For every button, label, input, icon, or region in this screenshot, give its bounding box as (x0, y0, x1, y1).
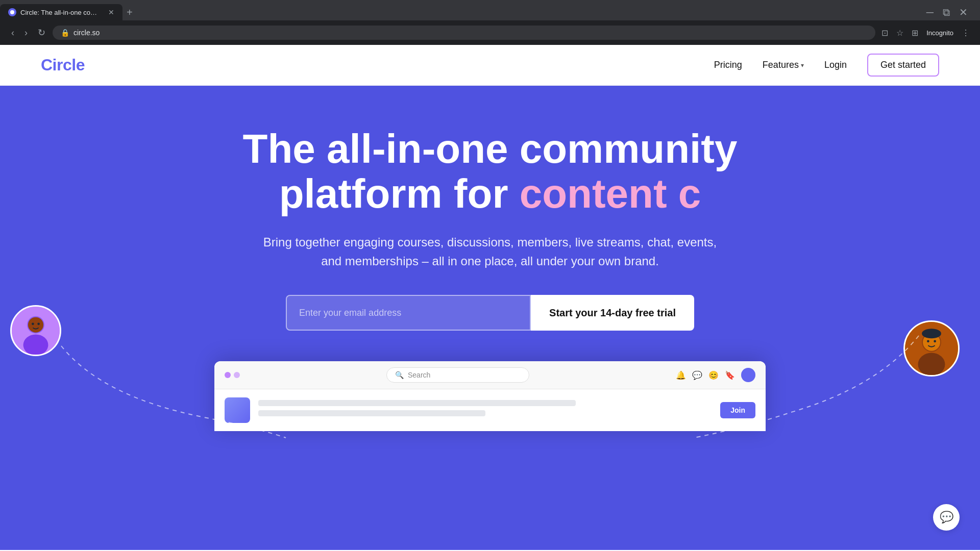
app-text-line-2 (258, 410, 485, 416)
dot-red (225, 372, 231, 378)
svg-point-11 (927, 340, 929, 342)
main-nav: Pricing Features ▾ Login Get started (714, 54, 939, 77)
tab-favicon (8, 8, 16, 16)
app-action-button[interactable]: Join (720, 402, 755, 418)
url-display: circle.so (74, 29, 100, 37)
nav-login[interactable]: Login (824, 60, 847, 70)
website: Circle Pricing Features ▾ Login Get star… (0, 45, 980, 550)
svg-point-4 (28, 317, 43, 333)
nav-features[interactable]: Features ▾ (763, 60, 804, 70)
tab-bar: Circle: The all-in-one community ✕ + ─ ⧉… (0, 0, 980, 20)
bell-icon: 🔔 (676, 370, 686, 380)
nav-bar: ‹ › ↻ 🔒 circle.so ⊡ ☆ ⊞ Incognito ⋮ (0, 20, 980, 45)
tab-title: Circle: The all-in-one community (20, 9, 102, 16)
browser-chrome: Circle: The all-in-one community ✕ + ─ ⧉… (0, 0, 980, 45)
app-search-bar[interactable]: 🔍 Search (386, 367, 529, 383)
app-action-icons: 🔔 💬 😊 🔖 (676, 368, 755, 382)
minimize-button[interactable]: ─ (922, 6, 938, 19)
app-search-text: Search (408, 371, 430, 379)
svg-point-5 (32, 322, 34, 325)
avatar-right-face (905, 322, 958, 375)
email-input[interactable] (286, 295, 531, 331)
app-text-line-1 (258, 400, 576, 406)
hero-subtext: Bring together engaging courses, discuss… (260, 233, 720, 270)
svg-point-3 (23, 335, 48, 356)
avatar-left-face (12, 307, 60, 355)
avatar-left (10, 305, 61, 356)
chat-bubble-button[interactable]: 💬 (933, 504, 960, 531)
tab-close-button[interactable]: ✕ (108, 8, 114, 16)
get-started-button[interactable]: Get started (867, 54, 939, 77)
chat-icon: 💬 (692, 370, 702, 380)
user-avatar (741, 368, 755, 382)
menu-icon[interactable]: ⋮ (960, 26, 972, 40)
search-icon: 🔍 (395, 371, 404, 379)
svg-point-13 (922, 329, 941, 338)
new-tab-button[interactable]: + (122, 7, 137, 18)
svg-point-0 (10, 10, 14, 14)
nav-pricing[interactable]: Pricing (714, 60, 742, 70)
hero-highlight: content c (520, 171, 701, 216)
address-bar[interactable]: 🔒 circle.so (53, 26, 875, 40)
profile-icon[interactable]: Incognito (924, 27, 955, 39)
close-window-button[interactable]: ✕ (955, 5, 972, 19)
chevron-down-icon: ▾ (801, 62, 804, 69)
nav-actions: ⊡ ☆ ⊞ Incognito ⋮ (879, 26, 972, 40)
dot-yellow (234, 372, 240, 378)
lock-icon: 🔒 (61, 29, 69, 37)
trial-button[interactable]: Start your 14-day free trial (531, 295, 694, 331)
site-logo[interactable]: Circle (41, 56, 85, 74)
app-text-block (258, 400, 712, 420)
back-button[interactable]: ‹ (8, 26, 17, 40)
svg-point-6 (37, 322, 40, 325)
profile-extensions-icon[interactable]: ⊞ (910, 26, 920, 40)
cta-row: Start your 14-day free trial (286, 295, 694, 331)
svg-point-9 (918, 353, 945, 376)
svg-point-12 (934, 340, 936, 342)
active-tab[interactable]: Circle: The all-in-one community ✕ (0, 4, 122, 20)
hero-section: The all-in-one community platform for co… (0, 86, 980, 550)
avatar-right (903, 320, 960, 377)
app-thumbnail (225, 397, 250, 423)
window-controls: ─ ⧉ ✕ (922, 5, 980, 19)
cast-icon[interactable]: ⊡ (879, 26, 890, 40)
bookmark-app-icon: 🔖 (725, 370, 735, 380)
app-content: Join (214, 389, 766, 431)
maximize-button[interactable]: ⧉ (939, 6, 954, 19)
hero-heading: The all-in-one community platform for co… (243, 127, 738, 216)
chat-bubble-icon: 💬 (940, 511, 953, 524)
reload-button[interactable]: ↻ (35, 25, 48, 40)
bookmark-icon[interactable]: ☆ (894, 26, 905, 40)
app-topbar: 🔍 Search 🔔 💬 😊 🔖 (214, 361, 766, 389)
site-header: Circle Pricing Features ▾ Login Get star… (0, 45, 980, 86)
app-preview: 🔍 Search 🔔 💬 😊 🔖 Join (214, 361, 766, 431)
emoji-icon: 😊 (708, 370, 719, 380)
app-dots (225, 372, 240, 378)
forward-button[interactable]: › (21, 26, 31, 40)
